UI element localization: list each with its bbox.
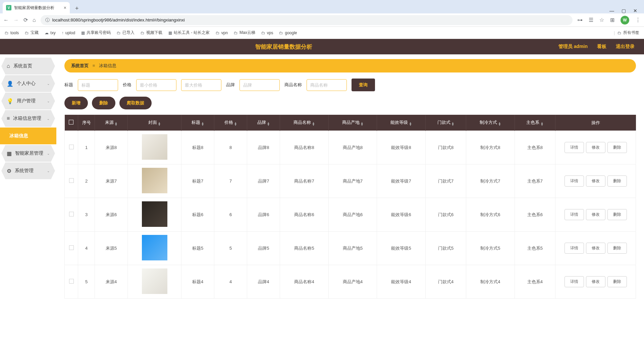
edit-button[interactable]: 修改 [586, 209, 605, 220]
row-delete-button[interactable]: 删除 [607, 209, 627, 220]
cell-src: 来源4 [95, 265, 128, 299]
column-header[interactable]: 商品产地▲▼ [328, 115, 377, 131]
bookmark-item[interactable]: 🗀视频下载 [141, 30, 162, 36]
cell-color: 主色系5 [515, 232, 555, 265]
bookmark-item[interactable]: 🗀google [279, 31, 297, 35]
header-user[interactable]: 管理员 admin [558, 44, 588, 50]
bookmark-item[interactable]: ▦站长工具 - 站长之家 [168, 30, 210, 36]
row-delete-button[interactable]: 删除 [607, 243, 627, 254]
edit-button[interactable]: 修改 [586, 243, 605, 254]
minimize-icon[interactable]: — [609, 8, 614, 13]
bookmark-item[interactable]: ☁txy [45, 31, 55, 35]
row-delete-button[interactable]: 删除 [607, 176, 627, 187]
site-info-icon[interactable]: ⓘ [45, 17, 50, 23]
sort-icon: ▲▼ [115, 122, 118, 126]
maximize-icon[interactable]: ▢ [622, 8, 626, 13]
edit-button[interactable]: 修改 [586, 142, 605, 153]
bookmark-item[interactable]: ▦共享账号密码 [81, 30, 111, 36]
sort-icon: ▲▼ [158, 122, 161, 126]
bookmark-item[interactable]: 🗀已导入 [117, 30, 135, 36]
profile-avatar[interactable]: W [621, 16, 629, 24]
sidebar-item-fridge-mgmt[interactable]: ≡冰箱信息管理⌃ [1, 110, 55, 127]
product-input[interactable] [307, 79, 347, 91]
sidebar-item-users[interactable]: 💡用户管理⌄ [1, 93, 55, 109]
column-header[interactable]: 品牌▲▼ [247, 115, 280, 131]
detail-button[interactable]: 详情 [565, 142, 584, 153]
bookmark-item[interactable]: 🗀Max云梯 [234, 30, 255, 36]
sidebar-item-smart-home[interactable]: ▦智能家居管理⌄ [1, 145, 55, 162]
sidebar-item-profile[interactable]: 👤个人中心⌄ [1, 75, 55, 92]
min-price-input[interactable] [136, 79, 176, 91]
column-header[interactable]: 制冷方式▲▼ [466, 115, 515, 131]
bookmark-item[interactable]: 🗀vpn [216, 31, 228, 35]
add-button[interactable]: 新增 [64, 97, 88, 109]
edit-button[interactable]: 修改 [586, 176, 605, 187]
url-input[interactable]: ⓘ localhost:8080/springbootjr986/admin/d… [41, 15, 573, 25]
column-header[interactable]: 价格▲▼ [214, 115, 247, 131]
sort-icon: ▲▼ [201, 122, 204, 126]
title-input[interactable] [78, 79, 118, 91]
row-checkbox[interactable] [69, 245, 74, 250]
bookmark-star-icon[interactable]: ☆ [599, 17, 604, 23]
new-tab-button[interactable]: + [72, 4, 82, 13]
column-header[interactable]: 封面▲▼ [128, 115, 181, 131]
all-bookmarks[interactable]: 🗀所有书签 [618, 30, 639, 36]
bookmark-item[interactable]: 🗀宝藏 [25, 30, 39, 36]
browser-tab[interactable]: V 智能家居销量数据分析 × [3, 2, 70, 13]
detail-button[interactable]: 详情 [565, 209, 584, 220]
row-checkbox[interactable] [69, 279, 74, 284]
cell-title: 标题4 [181, 265, 214, 299]
cell-origin: 商品产地7 [328, 164, 377, 198]
select-all-checkbox[interactable] [69, 120, 73, 124]
cell-actions: 详情修改删除 [555, 265, 636, 299]
row-checkbox[interactable] [69, 145, 74, 149]
detail-button[interactable]: 详情 [565, 276, 584, 287]
bookmark-item[interactable]: ↑uplod [62, 31, 75, 35]
column-header[interactable]: 门款式▲▼ [425, 115, 466, 131]
tab-close-icon[interactable]: × [64, 5, 66, 10]
delete-button[interactable]: 删除 [92, 97, 115, 109]
row-checkbox[interactable] [69, 178, 74, 183]
password-icon[interactable]: ⊶ [577, 17, 583, 23]
reload-icon[interactable]: ⟳ [23, 17, 28, 23]
crawl-button[interactable]: 爬取数据 [119, 97, 152, 109]
cell-cool: 制冷方式6 [466, 198, 515, 232]
sidebar-item-fridge-info[interactable]: 冰箱信息 [0, 128, 56, 144]
row-checkbox[interactable] [69, 212, 74, 216]
max-price-input[interactable] [181, 79, 221, 91]
forward-icon[interactable]: → [13, 17, 19, 23]
cell-energy: 能效等级7 [377, 164, 426, 198]
app-title: 智能家居销量数据分析 [9, 43, 558, 51]
detail-button[interactable]: 详情 [565, 243, 584, 254]
detail-button[interactable]: 详情 [565, 176, 584, 187]
bookmark-item[interactable]: 🗀vps [261, 31, 273, 35]
cell-brand: 品牌5 [247, 232, 280, 265]
extensions-icon[interactable]: ⊞ [610, 17, 614, 23]
edit-button[interactable]: 修改 [586, 276, 605, 287]
cell-title: 标题5 [181, 232, 214, 265]
chrome-menu-icon[interactable]: ⋮ [635, 17, 641, 23]
cell-door: 门款式4 [425, 265, 466, 299]
column-header[interactable]: 能效等级▲▼ [377, 115, 426, 131]
column-header[interactable]: 标题▲▼ [181, 115, 214, 131]
row-delete-button[interactable]: 删除 [607, 276, 627, 287]
home-icon[interactable]: ⌂ [33, 17, 36, 23]
column-header[interactable]: 主色系▲▼ [515, 115, 555, 131]
cell-actions: 详情修改删除 [555, 232, 636, 265]
column-header[interactable]: 来源▲▼ [95, 115, 128, 131]
sidebar-item-system[interactable]: ⚙系统管理⌄ [1, 162, 55, 179]
header-logout[interactable]: 退出登录 [616, 44, 635, 50]
back-icon[interactable]: ← [3, 17, 9, 23]
header-dashboard[interactable]: 看板 [597, 44, 606, 50]
thumbnail-image [142, 168, 167, 193]
translate-icon[interactable]: ☰ [589, 17, 593, 23]
row-delete-button[interactable]: 删除 [607, 142, 627, 153]
brand-input[interactable] [239, 79, 280, 91]
product-label: 商品名称 [284, 82, 302, 88]
sidebar-item-home[interactable]: ⌂系统首页 [1, 58, 55, 74]
close-window-icon[interactable]: ✕ [633, 8, 637, 13]
column-header[interactable]: 商品名称▲▼ [280, 115, 329, 131]
breadcrumb-home[interactable]: 系统首页 [71, 63, 89, 68]
bookmark-item[interactable]: 🗀tools [5, 31, 19, 35]
search-button[interactable]: 查询 [352, 79, 375, 91]
